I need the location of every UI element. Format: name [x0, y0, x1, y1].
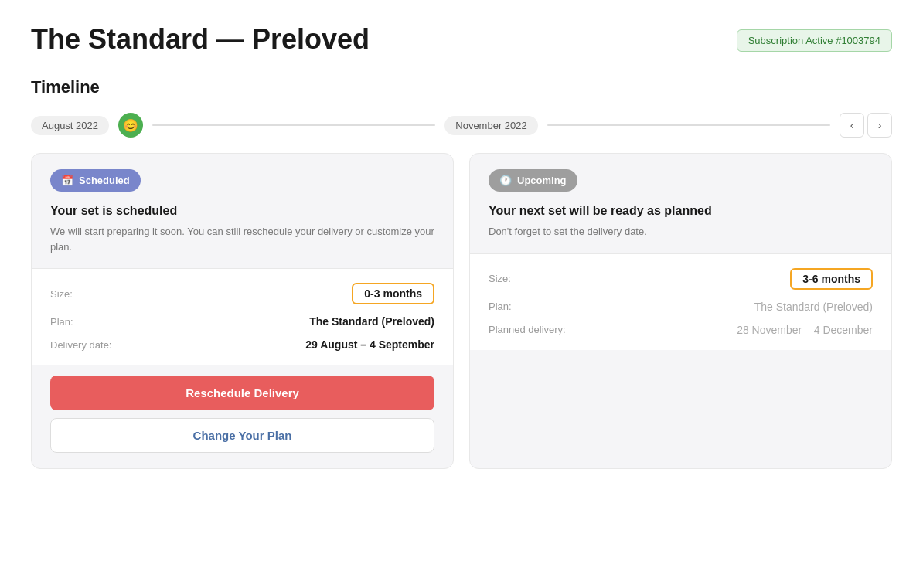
scheduled-card-desc: We will start preparing it soon. You can… — [50, 224, 434, 254]
scheduled-card-header: 📅 Scheduled Your set is scheduled We wil… — [32, 154, 453, 268]
upcoming-plan-value: The Standard (Preloved) — [754, 301, 873, 313]
scheduled-badge-label: Scheduled — [79, 175, 130, 186]
upcoming-size-row: Size: 3-6 months — [489, 268, 873, 290]
timeline-next-button[interactable]: › — [867, 113, 892, 138]
page-title: The Standard — Preloved — [31, 23, 370, 56]
scheduled-delivery-label: Delivery date: — [50, 339, 111, 351]
scheduled-size-label: Size: — [50, 288, 73, 300]
scheduled-plan-value: The Standard (Preloved) — [309, 315, 434, 328]
scheduled-card-actions: Reschedule Delivery Change Your Plan — [32, 365, 453, 468]
scheduled-card-title: Your set is scheduled — [50, 204, 434, 218]
upcoming-card-desc: Don't forget to set the delivery date. — [489, 224, 873, 240]
change-plan-button[interactable]: Change Your Plan — [50, 418, 434, 453]
cards-row: 📅 Scheduled Your set is scheduled We wil… — [31, 153, 892, 469]
upcoming-plan-row: Plan: The Standard (Preloved) — [489, 301, 873, 313]
scheduled-delivery-value: 29 August – 4 September — [305, 338, 434, 351]
upcoming-delivery-value: 28 November – 4 December — [737, 324, 873, 336]
upcoming-size-value: 3-6 months — [790, 268, 873, 290]
timeline-icon: 😊 — [118, 113, 143, 138]
scheduled-delivery-row: Delivery date: 29 August – 4 September — [50, 338, 434, 351]
history-icon: 🕐 — [499, 175, 512, 186]
timeline-prev-button[interactable]: ‹ — [840, 113, 864, 138]
upcoming-plan-label: Plan: — [489, 301, 512, 312]
scheduled-plan-row: Plan: The Standard (Preloved) — [50, 315, 434, 328]
scheduled-card-details: Size: 0-3 months Plan: The Standard (Pre… — [32, 268, 453, 365]
reschedule-delivery-button[interactable]: Reschedule Delivery — [50, 376, 434, 410]
upcoming-card: 🕐 Upcoming Your next set will be ready a… — [469, 153, 892, 469]
subscription-badge: Subscription Active #1003794 — [737, 29, 892, 52]
upcoming-card-header: 🕐 Upcoming Your next set will be ready a… — [470, 154, 891, 253]
upcoming-badge: 🕐 Upcoming — [489, 169, 577, 192]
section-title: Timeline — [31, 77, 892, 97]
scheduled-card: 📅 Scheduled Your set is scheduled We wil… — [31, 153, 454, 469]
upcoming-card-details: Size: 3-6 months Plan: The Standard (Pre… — [470, 253, 891, 350]
timeline-row: August 2022 😊 November 2022 ‹ › — [31, 113, 892, 138]
timeline-left-date: August 2022 — [31, 116, 109, 135]
calendar-icon: 📅 — [61, 175, 73, 186]
scheduled-badge: 📅 Scheduled — [50, 169, 141, 192]
upcoming-badge-label: Upcoming — [517, 175, 567, 186]
timeline-nav: ‹ › — [840, 113, 892, 138]
scheduled-plan-label: Plan: — [50, 316, 73, 328]
upcoming-card-title: Your next set will be ready as planned — [489, 204, 873, 218]
upcoming-delivery-row: Planned delivery: 28 November – 4 Decemb… — [489, 324, 873, 336]
scheduled-size-value: 0-3 months — [352, 283, 434, 304]
scheduled-size-row: Size: 0-3 months — [50, 283, 434, 304]
header: The Standard — Preloved Subscription Act… — [31, 23, 892, 56]
upcoming-size-label: Size: — [489, 273, 511, 284]
timeline-right-date: November 2022 — [444, 116, 538, 135]
timeline-line-left — [152, 124, 435, 126]
timeline-line-right — [547, 124, 830, 126]
upcoming-delivery-label: Planned delivery: — [489, 324, 566, 335]
